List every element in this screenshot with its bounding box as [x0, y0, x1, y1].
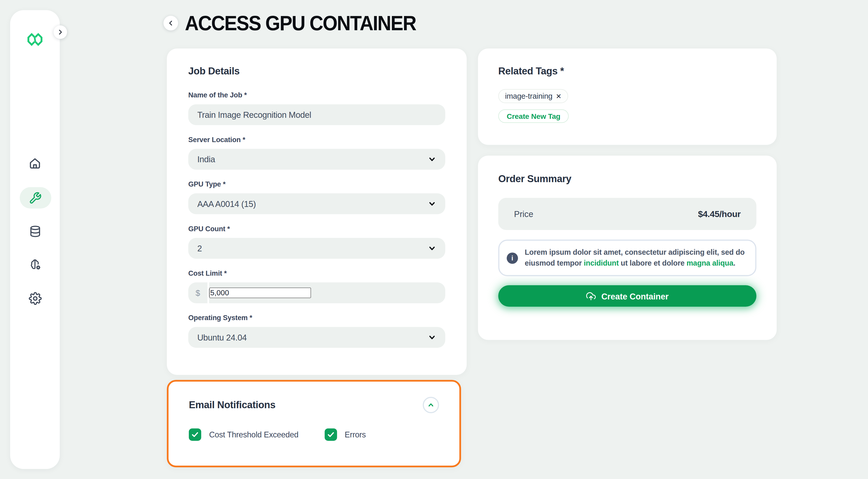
create-new-tag-button[interactable]: Create New Tag	[498, 109, 569, 123]
sidebar-nav	[10, 10, 60, 469]
job-details-card: Job Details Name of the Job * Server Loc…	[167, 49, 467, 375]
job-name-input[interactable]	[188, 104, 445, 125]
price-label: Price	[514, 209, 533, 218]
server-location-label: Server Location *	[188, 136, 445, 144]
field-operating-system: Operating System * Ubuntu 24.04	[188, 314, 445, 348]
cost-limit-input[interactable]	[209, 288, 311, 298]
currency-prefix: $	[188, 282, 208, 303]
job-details-title: Job Details	[188, 65, 445, 77]
sidebar-item-settings[interactable]	[10, 287, 60, 309]
cloud-upload-icon	[586, 291, 596, 301]
cost-limit-label: Cost Limit *	[188, 269, 445, 277]
chevron-down-icon	[428, 333, 436, 341]
order-summary-card: Order Summary Price $4.45/hour i Lorem i…	[478, 155, 777, 340]
create-container-button[interactable]: Create Container	[498, 285, 756, 307]
operating-system-label: Operating System *	[188, 314, 445, 322]
field-server-location: Server Location * India	[188, 136, 445, 170]
checkbox-checked-icon	[189, 428, 201, 441]
sidebar-item-ai[interactable]	[10, 253, 60, 276]
operating-system-value: Ubuntu 24.04	[197, 332, 247, 342]
info-box: i Lorem ipsum dolor sit amet, consectetu…	[498, 239, 756, 276]
server-location-value: India	[197, 154, 215, 164]
checkbox-errors[interactable]: Errors	[324, 428, 366, 441]
create-new-tag-label: Create New Tag	[506, 112, 560, 120]
checkbox-cost-threshold[interactable]: Cost Threshold Exceeded	[189, 428, 299, 441]
checkbox-checked-icon	[324, 428, 337, 441]
related-tags-title: Related Tags *	[498, 65, 756, 77]
remove-tag-icon[interactable]: ✕	[556, 93, 562, 99]
gpu-type-select[interactable]: AAA A0014 (15)	[188, 193, 445, 214]
field-cost-limit: Cost Limit * $	[188, 269, 445, 303]
checkbox-label: Cost Threshold Exceeded	[209, 430, 299, 439]
chevron-down-icon	[428, 244, 436, 253]
sidebar-item-tools-active[interactable]	[10, 186, 60, 209]
chevron-up-icon	[427, 401, 435, 409]
field-gpu-type: GPU Type * AAA A0014 (15)	[188, 180, 445, 214]
gpu-count-label: GPU Count *	[188, 225, 445, 233]
sidebar-item-database[interactable]	[10, 220, 60, 242]
sidebar	[10, 10, 60, 469]
gpu-count-value: 2	[197, 244, 202, 253]
order-summary-title: Order Summary	[498, 173, 756, 185]
info-text: Lorem ipsum dolor sit amet, consectetur …	[525, 247, 746, 268]
wrench-icon	[28, 191, 41, 204]
job-name-label: Name of the Job *	[188, 91, 445, 99]
field-gpu-count: GPU Count * 2	[188, 225, 445, 259]
price-row: Price $4.45/hour	[498, 198, 756, 230]
tag-label: image-training	[505, 92, 553, 100]
email-notifications-card: Email Notifications Cost Threshold Excee…	[167, 380, 461, 468]
chevron-down-icon	[428, 155, 436, 163]
create-container-label: Create Container	[601, 291, 669, 301]
database-icon	[28, 224, 41, 237]
gpu-type-label: GPU Type *	[188, 180, 445, 188]
back-button[interactable]	[163, 16, 178, 30]
email-notifications-title: Email Notifications	[189, 399, 275, 411]
checkbox-label: Errors	[345, 430, 366, 439]
home-icon	[28, 157, 41, 170]
info-icon: i	[506, 252, 518, 264]
sidebar-item-home[interactable]	[10, 152, 60, 175]
tag-pill: image-training ✕	[498, 89, 568, 103]
field-job-name: Name of the Job *	[188, 91, 445, 125]
related-tags-card: Related Tags * image-training ✕ Create N…	[478, 49, 777, 145]
chevron-left-icon	[167, 20, 174, 26]
price-value: $4.45/hour	[698, 209, 741, 219]
gear-icon	[28, 292, 41, 305]
page-title: ACCESS GPU CONTAINER	[185, 11, 416, 35]
sidebar-expand-button[interactable]	[54, 25, 67, 39]
operating-system-select[interactable]: Ubuntu 24.04	[188, 327, 445, 348]
collapse-button[interactable]	[423, 397, 439, 413]
app-window: ACCESS GPU CONTAINER Job Details Name of…	[0, 0, 868, 479]
server-location-select[interactable]: India	[188, 149, 445, 170]
ai-brain-gear-icon	[28, 257, 42, 272]
chevron-down-icon	[428, 200, 436, 208]
gpu-type-value: AAA A0014 (15)	[197, 199, 256, 209]
gpu-count-select[interactable]: 2	[188, 238, 445, 259]
chevron-right-icon	[57, 29, 64, 35]
